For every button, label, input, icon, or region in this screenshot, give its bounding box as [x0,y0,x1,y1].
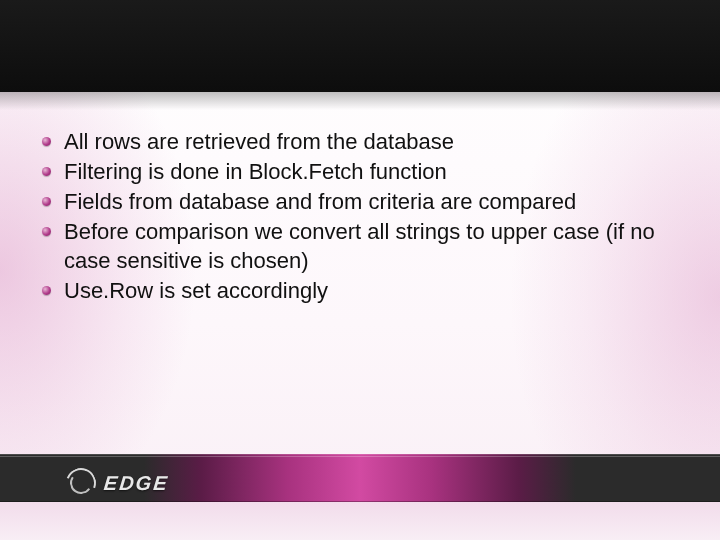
list-item-text: Use.Row is set accordingly [64,278,328,303]
list-item-text: Filtering is done in Block.Fetch functio… [64,159,447,184]
list-item: Filtering is done in Block.Fetch functio… [40,158,660,186]
logo-swoosh-icon [64,466,98,500]
list-item: Before comparison we convert all strings… [40,218,660,274]
bullet-icon [42,167,51,176]
brand-logo: EDGE [64,466,169,500]
bullet-icon [42,137,51,146]
content-area: All rows are retrieved from the database… [40,128,660,307]
list-item-text: Fields from database and from criteria a… [64,189,576,214]
bullet-icon [42,227,51,236]
bullet-list: All rows are retrieved from the database… [40,128,660,305]
list-item-text: All rows are retrieved from the database [64,129,454,154]
brand-name: EDGE [103,472,170,495]
list-item: Fields from database and from criteria a… [40,188,660,216]
title-band-shadow [0,92,720,110]
list-item: Use.Row is set accordingly [40,277,660,305]
bullet-icon [42,197,51,206]
footer-below-area [0,502,720,540]
list-item-text: Before comparison we convert all strings… [64,219,655,272]
title-band [0,0,720,92]
list-item: All rows are retrieved from the database [40,128,660,156]
bullet-icon [42,286,51,295]
